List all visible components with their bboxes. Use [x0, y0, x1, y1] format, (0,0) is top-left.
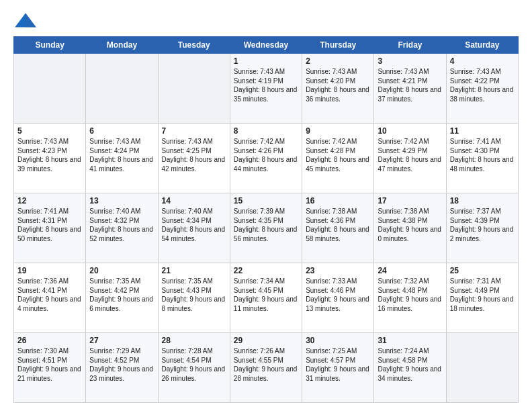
day-number: 28: [162, 336, 226, 345]
cell-content-line: Sunrise: 7:35 AM: [89, 277, 154, 286]
cell-content-line: Sunrise: 7:32 AM: [378, 277, 442, 286]
cell-content-line: Sunset: 4:35 PM: [234, 216, 298, 226]
cell-content-line: Daylight: 9 hours and 28 minutes.: [234, 365, 298, 383]
logo: [13, 11, 40, 30]
day-number: 21: [162, 266, 226, 275]
day-number: 12: [17, 196, 82, 205]
cell-content-line: Daylight: 9 hours and 11 minutes.: [234, 295, 298, 313]
calendar-week-2: 5Sunrise: 7:43 AMSunset: 4:23 PMDaylight…: [14, 124, 519, 193]
cell-content-line: Sunrise: 7:35 AM: [162, 277, 226, 286]
day-number: 19: [17, 266, 82, 275]
cell-content-line: Daylight: 8 hours and 36 minutes.: [306, 85, 370, 103]
cell-content-line: Sunrise: 7:34 AM: [234, 277, 298, 286]
day-number: 8: [234, 126, 298, 136]
calendar-cell: 16Sunrise: 7:38 AMSunset: 4:36 PMDayligh…: [302, 193, 374, 263]
calendar-cell: 20Sunrise: 7:35 AMSunset: 4:42 PMDayligh…: [86, 263, 158, 333]
calendar-cell: 14Sunrise: 7:40 AMSunset: 4:34 PMDayligh…: [158, 193, 230, 263]
calendar-cell: 30Sunrise: 7:25 AMSunset: 4:57 PMDayligh…: [302, 333, 374, 403]
cell-content-line: Sunset: 4:46 PM: [306, 286, 370, 295]
cell-content-line: Daylight: 8 hours and 54 minutes.: [162, 225, 226, 243]
day-number: 3: [378, 56, 442, 66]
svg-marker-1: [26, 13, 36, 28]
day-number: 17: [378, 196, 442, 205]
cell-content-line: Daylight: 8 hours and 41 minutes.: [89, 155, 154, 173]
cell-content-line: Daylight: 8 hours and 39 minutes.: [17, 155, 82, 173]
cell-content-line: Sunset: 4:23 PM: [17, 146, 82, 156]
calendar-cell: [86, 54, 158, 124]
calendar-cell: 1Sunrise: 7:43 AMSunset: 4:19 PMDaylight…: [230, 54, 302, 124]
cell-content-line: Sunrise: 7:43 AM: [17, 137, 82, 146]
cell-content-line: Sunrise: 7:38 AM: [378, 207, 442, 216]
cell-content-line: Sunrise: 7:26 AM: [234, 347, 298, 356]
cell-content-line: Sunset: 4:55 PM: [234, 356, 298, 365]
cell-content-line: Sunrise: 7:33 AM: [306, 277, 370, 286]
cell-content-line: Sunrise: 7:43 AM: [234, 67, 298, 77]
cell-content-line: Sunrise: 7:24 AM: [378, 347, 442, 356]
cell-content-line: Sunset: 4:52 PM: [89, 356, 154, 365]
calendar-cell: 23Sunrise: 7:33 AMSunset: 4:46 PMDayligh…: [302, 263, 374, 333]
cell-content-line: Sunset: 4:32 PM: [89, 216, 154, 226]
cell-content-line: Sunset: 4:38 PM: [378, 216, 442, 226]
day-number: 18: [450, 196, 515, 205]
day-number: 14: [162, 196, 226, 205]
cell-content-line: Sunrise: 7:30 AM: [17, 347, 82, 356]
cell-content-line: Sunrise: 7:41 AM: [450, 137, 515, 146]
cell-content-line: Sunrise: 7:28 AM: [162, 347, 226, 356]
day-header-friday: Friday: [374, 37, 446, 54]
calendar-table: SundayMondayTuesdayWednesdayThursdayFrid…: [13, 36, 519, 403]
cell-content-line: Daylight: 8 hours and 58 minutes.: [306, 225, 370, 243]
cell-content-line: Sunrise: 7:37 AM: [450, 207, 515, 216]
calendar-cell: 6Sunrise: 7:43 AMSunset: 4:24 PMDaylight…: [86, 124, 158, 193]
cell-content-line: Sunset: 4:34 PM: [162, 216, 226, 226]
cell-content-line: Sunset: 4:41 PM: [17, 286, 82, 295]
calendar-cell: 12Sunrise: 7:41 AMSunset: 4:31 PMDayligh…: [14, 193, 86, 263]
day-number: 9: [306, 126, 370, 136]
cell-content-line: Sunrise: 7:25 AM: [306, 347, 370, 356]
cell-content-line: Daylight: 8 hours and 35 minutes.: [234, 85, 298, 103]
calendar-cell: [446, 333, 518, 403]
day-number: 15: [234, 196, 298, 205]
cell-content-line: Sunrise: 7:43 AM: [378, 67, 442, 77]
day-header-wednesday: Wednesday: [230, 37, 302, 54]
day-header-thursday: Thursday: [302, 37, 374, 54]
calendar-week-3: 12Sunrise: 7:41 AMSunset: 4:31 PMDayligh…: [14, 193, 519, 263]
calendar-header: SundayMondayTuesdayWednesdayThursdayFrid…: [14, 37, 519, 54]
cell-content-line: Sunset: 4:20 PM: [306, 77, 370, 86]
header-row: SundayMondayTuesdayWednesdayThursdayFrid…: [14, 37, 519, 54]
cell-content-line: Daylight: 9 hours and 34 minutes.: [378, 365, 442, 383]
calendar-cell: [158, 54, 230, 124]
cell-content-line: Sunset: 4:49 PM: [450, 286, 515, 295]
calendar-cell: 25Sunrise: 7:31 AMSunset: 4:49 PMDayligh…: [446, 263, 518, 333]
cell-content-line: Sunset: 4:42 PM: [89, 286, 154, 295]
calendar-cell: 10Sunrise: 7:42 AMSunset: 4:29 PMDayligh…: [374, 124, 446, 193]
cell-content-line: Sunset: 4:58 PM: [378, 356, 442, 365]
cell-content-line: Sunrise: 7:29 AM: [89, 347, 154, 356]
day-number: 24: [378, 266, 442, 275]
cell-content-line: Sunset: 4:31 PM: [17, 216, 82, 226]
cell-content-line: Daylight: 8 hours and 47 minutes.: [378, 155, 442, 173]
cell-content-line: Daylight: 9 hours and 16 minutes.: [378, 295, 442, 313]
day-number: 4: [450, 56, 515, 66]
cell-content-line: Daylight: 9 hours and 4 minutes.: [17, 295, 82, 313]
calendar-cell: 29Sunrise: 7:26 AMSunset: 4:55 PMDayligh…: [230, 333, 302, 403]
day-number: 5: [17, 126, 82, 136]
calendar-cell: 28Sunrise: 7:28 AMSunset: 4:54 PMDayligh…: [158, 333, 230, 403]
day-number: 29: [234, 336, 298, 345]
cell-content-line: Daylight: 8 hours and 42 minutes.: [162, 155, 226, 173]
cell-content-line: Sunset: 4:22 PM: [450, 77, 515, 86]
cell-content-line: Sunrise: 7:39 AM: [234, 207, 298, 216]
day-number: 22: [234, 266, 298, 275]
calendar-cell: 3Sunrise: 7:43 AMSunset: 4:21 PMDaylight…: [374, 54, 446, 124]
calendar-cell: 17Sunrise: 7:38 AMSunset: 4:38 PMDayligh…: [374, 193, 446, 263]
cell-content-line: Sunrise: 7:40 AM: [89, 207, 154, 216]
cell-content-line: Sunrise: 7:40 AM: [162, 207, 226, 216]
day-header-saturday: Saturday: [446, 37, 518, 54]
day-number: 25: [450, 266, 515, 275]
cell-content-line: Sunset: 4:43 PM: [162, 286, 226, 295]
cell-content-line: Sunrise: 7:41 AM: [17, 207, 82, 216]
calendar-cell: 24Sunrise: 7:32 AMSunset: 4:48 PMDayligh…: [374, 263, 446, 333]
cell-content-line: Sunset: 4:45 PM: [234, 286, 298, 295]
cell-content-line: Sunset: 4:48 PM: [378, 286, 442, 295]
cell-content-line: Daylight: 9 hours and 31 minutes.: [306, 365, 370, 383]
calendar-cell: 22Sunrise: 7:34 AMSunset: 4:45 PMDayligh…: [230, 263, 302, 333]
